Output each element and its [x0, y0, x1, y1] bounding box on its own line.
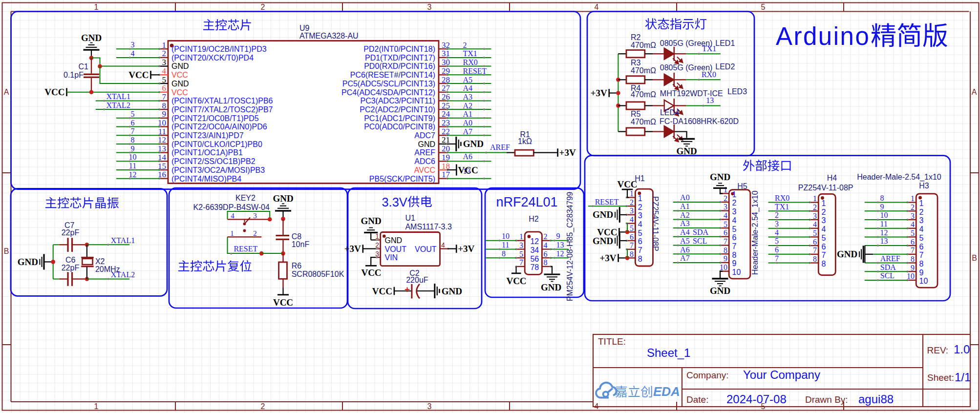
svg-text:470mΩ: 470mΩ	[631, 66, 656, 75]
svg-text:5: 5	[775, 237, 779, 245]
svg-text:7: 7	[162, 92, 167, 102]
svg-text:(PCINT2/SS/OC1B)PB2: (PCINT2/SS/OC1B)PB2	[171, 157, 256, 165]
svg-text:H3: H3	[919, 182, 929, 190]
svg-text:2: 2	[919, 208, 924, 216]
svg-text:VCC: VCC	[171, 88, 188, 97]
svg-text:PC5(ADC5/SCL/PCINT13): PC5(ADC5/SCL/PCINT13)	[342, 80, 435, 88]
svg-text:2: 2	[463, 41, 467, 49]
svg-text:SCL: SCL	[880, 271, 895, 280]
svg-text:13: 13	[158, 144, 166, 153]
svg-text:3: 3	[822, 216, 826, 225]
svg-text:4: 4	[724, 211, 727, 220]
svg-text:4: 4	[231, 212, 234, 220]
svg-text:22: 22	[442, 127, 450, 136]
svg-text:8: 8	[724, 246, 727, 254]
svg-text:X2: X2	[95, 257, 105, 266]
svg-text:(PCINT4/MISO)PB4: (PCINT4/MISO)PB4	[171, 175, 241, 183]
svg-text:PD1(TXD/PCINT17): PD1(TXD/PCINT17)	[365, 54, 435, 62]
svg-text:18: 18	[442, 162, 450, 171]
svg-text:Company:: Company:	[686, 370, 729, 380]
svg-text:2: 2	[253, 229, 257, 237]
svg-text:7: 7	[919, 251, 924, 259]
svg-text:VCC: VCC	[128, 70, 149, 80]
svg-text:12: 12	[880, 228, 888, 237]
svg-text:EDA: EDA	[653, 384, 680, 399]
svg-text:VCC: VCC	[361, 268, 381, 278]
svg-text:A2: A2	[463, 102, 473, 110]
svg-text:+3V: +3V	[344, 244, 361, 254]
svg-text:4: 4	[162, 66, 167, 76]
svg-text:GND: GND	[273, 193, 293, 204]
svg-text:2: 2	[630, 198, 634, 206]
svg-text:(PCINT21/OC0B/T1)PD5: (PCINT21/OC0B/T1)PD5	[171, 114, 259, 123]
svg-text:ATMEGA328-AU: ATMEGA328-AU	[299, 32, 359, 40]
svg-text:10: 10	[919, 277, 928, 285]
svg-text:10: 10	[880, 211, 888, 219]
svg-text:6: 6	[732, 233, 737, 242]
svg-text:PC6(RESET#/PCINT14): PC6(RESET#/PCINT14)	[350, 71, 435, 79]
svg-text:8: 8	[162, 101, 167, 110]
svg-text:30: 30	[442, 58, 450, 67]
svg-text:RESET: RESET	[463, 67, 487, 75]
svg-text:TX1: TX1	[463, 49, 477, 58]
svg-text:5: 5	[822, 234, 826, 242]
svg-text:7: 7	[724, 237, 727, 246]
svg-text:4: 4	[775, 228, 779, 237]
svg-text:6: 6	[131, 119, 135, 127]
svg-text:22pF: 22pF	[62, 264, 80, 272]
svg-text:H4: H4	[827, 174, 837, 182]
svg-text:C7: C7	[64, 221, 75, 229]
svg-text:9: 9	[732, 259, 737, 268]
svg-text:7: 7	[822, 251, 826, 259]
svg-text:2: 2	[724, 194, 727, 203]
svg-text:LED1: LED1	[715, 39, 735, 47]
svg-text:9: 9	[162, 109, 167, 119]
svg-text:0805G (Green): 0805G (Green)	[660, 39, 713, 47]
svg-text:Sheet_1: Sheet_1	[647, 346, 690, 359]
svg-text:A5: A5	[680, 237, 690, 245]
svg-text:8: 8	[630, 250, 634, 258]
svg-text:3.3V: 3.3V	[382, 195, 407, 209]
svg-text:11: 11	[502, 241, 509, 249]
svg-text:Arduino: Arduino	[776, 22, 870, 50]
svg-text:13: 13	[880, 237, 888, 245]
svg-text:Drawn By:: Drawn By:	[805, 394, 848, 405]
svg-text:12: 12	[556, 249, 564, 258]
svg-text:SDA: SDA	[693, 228, 708, 236]
svg-text:RX0: RX0	[463, 58, 478, 66]
svg-text:KEY2: KEY2	[235, 194, 256, 202]
svg-text:AREF: AREF	[880, 254, 900, 263]
svg-text:A1: A1	[680, 202, 690, 210]
svg-text:2: 2	[813, 203, 817, 211]
svg-text:6: 6	[544, 250, 548, 258]
svg-text:AMS1117-3.3: AMS1117-3.3	[405, 223, 452, 231]
svg-text:AVCC: AVCC	[414, 166, 435, 174]
svg-text:6: 6	[813, 238, 817, 246]
svg-text:9: 9	[911, 264, 915, 272]
svg-text:23: 23	[442, 118, 450, 127]
svg-text:GND: GND	[442, 286, 462, 296]
svg-text:7: 7	[638, 246, 642, 254]
svg-text:6: 6	[919, 243, 924, 251]
svg-text:GND: GND	[837, 249, 857, 259]
svg-text:17: 17	[442, 170, 450, 179]
svg-text:REV:: REV:	[927, 345, 949, 355]
svg-text:A0: A0	[463, 119, 473, 127]
svg-text:8: 8	[544, 258, 548, 267]
svg-text:PC1(ADC1/PCINT9): PC1(ADC1/PCINT9)	[364, 114, 435, 123]
svg-text:A1: A1	[463, 110, 473, 118]
svg-text:(PCINT23/AIN1)PD7: (PCINT23/AIN1)PD7	[171, 131, 244, 140]
svg-text:1: 1	[519, 232, 523, 241]
svg-text:PC4(ADC4/SDA/PCINT12): PC4(ADC4/SDA/PCINT12)	[341, 88, 435, 97]
svg-text:5: 5	[519, 250, 523, 258]
svg-text:4: 4	[813, 220, 817, 228]
svg-text:Header-Male-2.54_1x10: Header-Male-2.54_1x10	[751, 190, 760, 275]
svg-text:2: 2	[822, 208, 826, 216]
svg-text:5: 5	[911, 229, 915, 237]
svg-text:9: 9	[131, 145, 135, 153]
svg-text:10: 10	[907, 272, 915, 280]
svg-text:0805G (Green): 0805G (Green)	[660, 63, 713, 72]
svg-text:2: 2	[544, 232, 548, 241]
svg-text:1: 1	[813, 194, 817, 203]
svg-text:11: 11	[158, 127, 166, 136]
